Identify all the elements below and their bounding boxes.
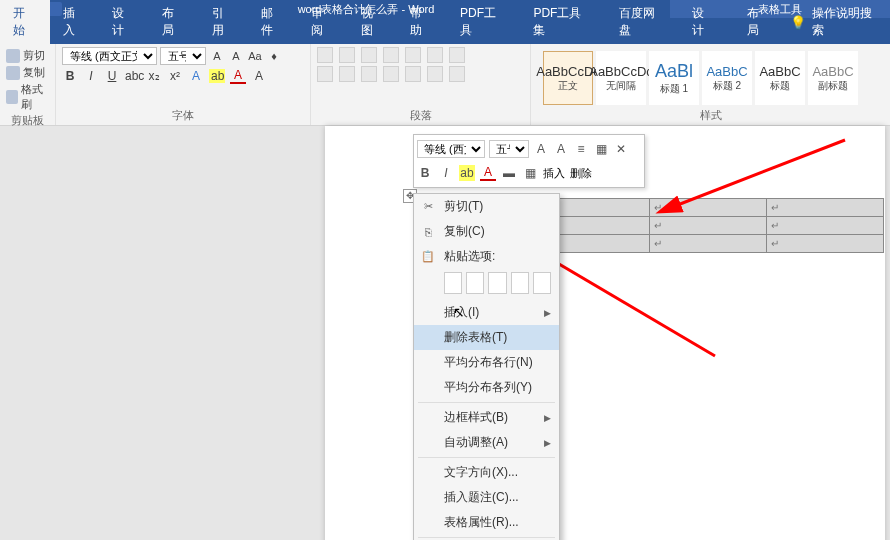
copy-button[interactable]: 复制	[6, 64, 49, 81]
tab-baidu[interactable]: 百度网盘	[606, 0, 679, 44]
page[interactable]: ✥ ↵↵↵↵ ↵↵↵↵ ↵↵↵↵ 等线 (西文正 五号 A A ≡ ▦ ✕ B …	[325, 126, 885, 540]
paste-text-icon[interactable]	[533, 272, 551, 294]
clear-format-icon[interactable]: ♦	[266, 50, 282, 62]
font-name-select[interactable]: 等线 (西文正文	[62, 47, 157, 65]
tab-mail[interactable]: 邮件	[248, 0, 298, 44]
mt-shading-icon[interactable]: ▬	[501, 165, 517, 181]
align-right-icon[interactable]	[361, 66, 377, 82]
cut-button[interactable]: 剪切	[6, 47, 49, 64]
bullets-icon[interactable]	[317, 47, 333, 63]
mt-eraser-icon[interactable]: ✕	[613, 141, 629, 157]
style-subtitle[interactable]: AaBbC副标题	[808, 51, 858, 105]
tab-help[interactable]: 帮助	[397, 0, 447, 44]
ctx-delete-table[interactable]: 删除表格(T)	[414, 325, 559, 350]
justify-icon[interactable]	[383, 66, 399, 82]
mt-delete-button[interactable]: 删除	[570, 166, 592, 181]
superscript-button[interactable]: x²	[167, 69, 183, 83]
ctx-border-style[interactable]: 边框样式(B)▶	[414, 405, 559, 430]
subscript-button[interactable]: x₂	[146, 69, 162, 83]
indent-inc-icon[interactable]	[405, 47, 421, 63]
chevron-right-icon: ▶	[544, 413, 551, 423]
tab-layout[interactable]: 布局	[149, 0, 199, 44]
font-size-select[interactable]: 五号	[160, 47, 206, 65]
paste-merge-icon[interactable]	[466, 272, 484, 294]
align-center-icon[interactable]	[339, 66, 355, 82]
group-styles-label: 样式	[537, 108, 884, 125]
change-case-icon[interactable]: Aa	[247, 50, 263, 62]
mt-highlight-icon[interactable]: ab	[459, 165, 475, 181]
ctx-paste-options-label: 📋粘贴选项:	[414, 244, 559, 269]
borders-icon[interactable]	[449, 66, 465, 82]
shrink-font-icon[interactable]: A	[228, 50, 244, 62]
ctx-paste-options	[414, 269, 559, 300]
style-title[interactable]: AaBbC标题	[755, 51, 805, 105]
highlight-icon[interactable]: ab	[209, 69, 225, 83]
mt-fontcolor-icon[interactable]: A	[480, 165, 496, 181]
show-marks-icon[interactable]	[449, 47, 465, 63]
mt-italic-button[interactable]: I	[438, 165, 454, 181]
style-nospacing[interactable]: AaBbCcDc无间隔	[596, 51, 646, 105]
phonetic-icon[interactable]: A	[251, 69, 267, 83]
bold-button[interactable]: B	[62, 69, 78, 83]
svg-line-0	[675, 140, 845, 206]
text-effects-icon[interactable]: A	[188, 69, 204, 83]
mt-bold-button[interactable]: B	[417, 165, 433, 181]
group-font-label: 字体	[62, 108, 304, 125]
multilist-icon[interactable]	[361, 47, 377, 63]
ctx-distribute-cols[interactable]: 平均分布各列(Y)	[414, 375, 559, 400]
ctx-table-properties[interactable]: 表格属性(R)...	[414, 510, 559, 535]
style-h2[interactable]: AaBbC标题 2	[702, 51, 752, 105]
tab-pdf[interactable]: PDF工具	[447, 0, 520, 44]
ctx-insert-caption[interactable]: 插入题注(C)...	[414, 485, 559, 510]
mt-borders-icon[interactable]: ▦	[522, 165, 538, 181]
mt-styles-icon[interactable]: ≡	[573, 141, 589, 157]
ribbon: 剪切 复制 格式刷 剪贴板 等线 (西文正文 五号 A A Aa ♦ B I U…	[0, 44, 890, 126]
font-color-icon[interactable]: A	[230, 68, 246, 84]
chevron-right-icon: ▶	[544, 438, 551, 448]
mt-shrink-icon[interactable]: A	[553, 141, 569, 157]
paste-keep-format-icon[interactable]	[444, 272, 462, 294]
ctx-cut[interactable]: ✂剪切(T)	[414, 194, 559, 219]
sort-icon[interactable]	[427, 47, 443, 63]
tab-table-design[interactable]: 设计	[679, 0, 728, 44]
tab-design[interactable]: 设计	[99, 0, 149, 44]
tab-references[interactable]: 引用	[199, 0, 249, 44]
mt-font-select[interactable]: 等线 (西文正	[417, 140, 485, 158]
tell-me[interactable]: 操作说明搜索	[812, 5, 882, 39]
mt-insert-button[interactable]: 插入	[543, 166, 565, 181]
mt-size-select[interactable]: 五号	[489, 140, 529, 158]
ctx-text-direction[interactable]: 文字方向(X)...	[414, 460, 559, 485]
numbering-icon[interactable]	[339, 47, 355, 63]
group-paragraph-label: 段落	[317, 108, 524, 125]
tab-review[interactable]: 审阅	[298, 0, 348, 44]
indent-dec-icon[interactable]	[383, 47, 399, 63]
grow-font-icon[interactable]: A	[209, 50, 225, 62]
underline-button[interactable]: U	[104, 69, 120, 83]
italic-button[interactable]: I	[83, 69, 99, 83]
ctx-autofit[interactable]: 自动调整(A)▶	[414, 430, 559, 455]
tab-table-layout[interactable]: 布局	[734, 0, 783, 44]
bulb-icon: 💡	[790, 15, 806, 30]
tab-insert[interactable]: 插入	[50, 0, 100, 44]
paste-picture-icon[interactable]	[511, 272, 529, 294]
mt-grow-icon[interactable]: A	[533, 141, 549, 157]
tab-home[interactable]: 开始	[0, 0, 50, 44]
tab-pdfset[interactable]: PDF工具集	[520, 0, 605, 44]
shading-icon[interactable]	[427, 66, 443, 82]
align-left-icon[interactable]	[317, 66, 333, 82]
ctx-copy[interactable]: ⎘复制(C)	[414, 219, 559, 244]
mini-toolbar: 等线 (西文正 五号 A A ≡ ▦ ✕ B I ab A ▬ ▦ 插入 删除	[413, 134, 645, 188]
style-normal[interactable]: AaBbCcDc正文	[543, 51, 593, 105]
mt-border-icon[interactable]: ▦	[593, 141, 609, 157]
style-h1[interactable]: AaBl标题 1	[649, 51, 699, 105]
copy-icon: ⎘	[420, 224, 436, 240]
tab-view[interactable]: 视图	[348, 0, 398, 44]
format-painter-button[interactable]: 格式刷	[6, 81, 49, 113]
paste-nest-icon[interactable]	[488, 272, 506, 294]
ctx-distribute-rows[interactable]: 平均分布各行(N)	[414, 350, 559, 375]
copy-icon	[6, 66, 20, 80]
line-spacing-icon[interactable]	[405, 66, 421, 82]
scissors-icon	[6, 49, 20, 63]
strike-button[interactable]: abc	[125, 69, 141, 83]
ctx-insert[interactable]: 插入(I)▶	[414, 300, 559, 325]
